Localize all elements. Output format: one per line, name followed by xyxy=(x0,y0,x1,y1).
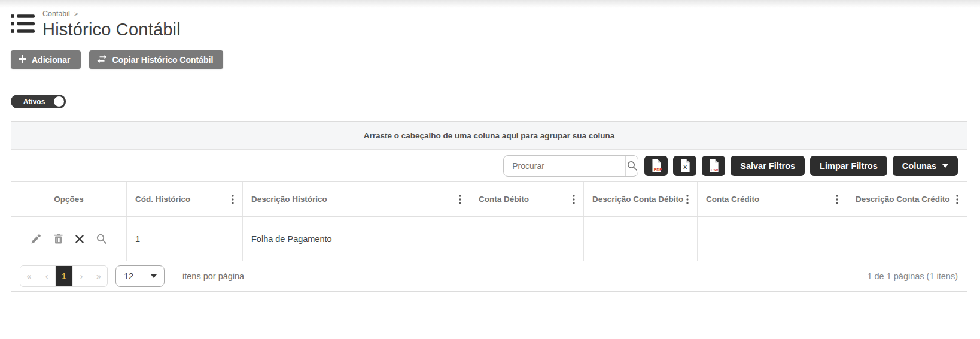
close-icon[interactable] xyxy=(75,235,84,243)
header-cod-historico[interactable]: Cód. Histórico xyxy=(127,182,243,216)
column-menu-icon[interactable] xyxy=(833,193,841,205)
xls-file-icon-label: X xyxy=(683,164,687,170)
items-per-page-label: itens por página xyxy=(182,271,244,281)
column-menu-icon[interactable] xyxy=(954,193,961,205)
save-filters-label: Salvar Filtros xyxy=(740,161,795,171)
header-descricao-conta-debito[interactable]: Descrição Conta Débito xyxy=(584,182,698,216)
add-button-label: Adicionar xyxy=(32,55,71,65)
page-size-select[interactable]: 12 xyxy=(115,265,165,287)
header-conta-debito[interactable]: Conta Débito xyxy=(470,182,584,216)
pager-page-1-button[interactable]: 1 xyxy=(55,266,72,286)
clear-filters-label: Limpar Filtros xyxy=(820,161,878,171)
export-csv-button[interactable]: CSV xyxy=(702,156,725,176)
chevron-down-icon xyxy=(942,164,948,168)
plus-icon xyxy=(19,55,26,65)
column-menu-icon[interactable] xyxy=(570,193,577,205)
columns-button[interactable]: Colunas xyxy=(893,156,958,176)
header-descricao-conta-debito-label: Descrição Conta Débito xyxy=(592,195,683,204)
pager-group: « ‹ 1 › » xyxy=(20,265,108,287)
save-filters-button[interactable]: Salvar Filtros xyxy=(731,156,805,176)
clear-filters-button[interactable]: Limpar Filtros xyxy=(810,156,887,176)
list-icon xyxy=(11,13,35,37)
trash-icon[interactable] xyxy=(54,234,63,244)
pager-summary: 1 de 1 páginas (1 itens) xyxy=(867,271,958,281)
pager-last-button[interactable]: » xyxy=(90,266,107,286)
cell-descricao-historico: Folha de Pagamento xyxy=(243,217,470,261)
pager-prev-button[interactable]: ‹ xyxy=(38,266,55,286)
grid-toolbar: PDF X CSV Salvar Filtros xyxy=(11,150,967,182)
ativos-toggle-label: Ativos xyxy=(11,98,54,106)
copy-historico-label: Copiar Histórico Contábil xyxy=(112,55,214,65)
header-opcoes: Opções xyxy=(11,182,127,216)
add-button[interactable]: Adicionar xyxy=(11,50,81,69)
header-descricao-conta-credito-label: Descrição Conta Crédito xyxy=(856,195,950,204)
csv-file-icon-label: CSV xyxy=(711,168,719,172)
column-menu-icon[interactable] xyxy=(456,193,464,205)
group-hint-text: Arraste o cabeçalho de uma coluna aqui p… xyxy=(364,131,614,140)
chevron-down-icon xyxy=(151,274,157,278)
pager-next-button[interactable]: › xyxy=(72,266,90,286)
search-icon[interactable] xyxy=(626,156,638,176)
historico-grid: Arraste o cabeçalho de uma coluna aqui p… xyxy=(11,121,967,292)
cell-conta-credito xyxy=(698,217,847,261)
column-menu-icon[interactable] xyxy=(229,193,236,205)
grid-header-row: Opções Cód. Histórico Descrição Históric… xyxy=(11,182,967,217)
columns-button-label: Colunas xyxy=(902,161,936,171)
breadcrumb: Contábil > xyxy=(42,10,181,18)
cell-descricao-conta-credito xyxy=(847,217,967,261)
page-header: Contábil > Histórico Contábil xyxy=(11,10,967,40)
export-pdf-button[interactable]: PDF xyxy=(644,156,668,176)
cell-descricao-conta-debito xyxy=(584,217,698,261)
pdf-file-icon-label: PDF xyxy=(654,168,662,172)
ativos-toggle[interactable]: Ativos xyxy=(11,95,66,108)
header-descricao-conta-credito[interactable]: Descrição Conta Crédito xyxy=(847,182,967,216)
cell-cod-historico: 1 xyxy=(127,217,243,261)
search-input[interactable] xyxy=(504,156,625,176)
magnifier-icon[interactable] xyxy=(96,234,106,244)
cell-opcoes xyxy=(11,217,127,261)
group-drop-area[interactable]: Arraste o cabeçalho de uma coluna aqui p… xyxy=(11,122,967,150)
grid-footer: « ‹ 1 › » 12 itens por página 1 de 1 pág… xyxy=(11,261,967,291)
pager-first-button[interactable]: « xyxy=(20,266,38,286)
header-conta-debito-label: Conta Débito xyxy=(479,195,529,204)
historico-contabil-page: Contábil > Histórico Contábil Adicionar … xyxy=(0,0,980,292)
page-size-value: 12 xyxy=(124,271,151,281)
header-cod-historico-label: Cód. Histórico xyxy=(135,195,190,204)
header-opcoes-label: Opções xyxy=(54,195,84,204)
copy-historico-button[interactable]: Copiar Histórico Contábil xyxy=(89,50,224,69)
cell-conta-debito xyxy=(470,217,584,261)
page-title: Histórico Contábil xyxy=(42,20,181,40)
pencil-icon[interactable] xyxy=(31,234,41,244)
breadcrumb-separator: > xyxy=(74,10,78,17)
header-conta-credito-label: Conta Crédito xyxy=(706,195,759,204)
header-descricao-historico-label: Descrição Histórico xyxy=(251,195,327,204)
export-xls-button[interactable]: X xyxy=(673,156,696,176)
toggle-wrap: Ativos xyxy=(11,95,967,108)
swap-horizontal-icon xyxy=(97,55,107,65)
action-bar: Adicionar Copiar Histórico Contábil xyxy=(11,50,967,69)
table-row: 1 Folha de Pagamento xyxy=(11,217,967,261)
search-box xyxy=(503,155,638,177)
column-menu-icon[interactable] xyxy=(684,193,691,205)
breadcrumb-contabil[interactable]: Contábil xyxy=(42,10,70,18)
header-conta-credito[interactable]: Conta Crédito xyxy=(698,182,847,216)
header-text: Contábil > Histórico Contábil xyxy=(42,10,181,40)
toggle-knob xyxy=(54,96,64,107)
header-descricao-historico[interactable]: Descrição Histórico xyxy=(243,182,470,216)
